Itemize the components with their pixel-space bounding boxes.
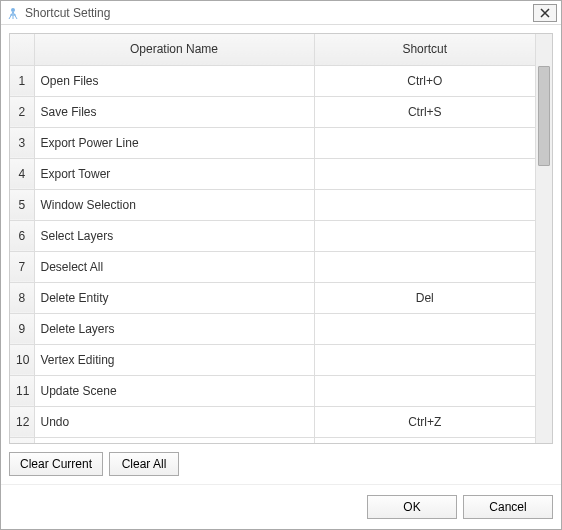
table-row[interactable]: 8Delete EntityDel bbox=[10, 282, 535, 313]
vertical-scrollbar[interactable] bbox=[535, 34, 552, 443]
table-row[interactable]: 6Select Layers bbox=[10, 220, 535, 251]
header-operation[interactable]: Operation Name bbox=[34, 34, 314, 65]
shortcut-cell[interactable] bbox=[314, 158, 535, 189]
operation-cell[interactable]: Delete Entity bbox=[34, 282, 314, 313]
operation-cell[interactable]: Delete Layers bbox=[34, 313, 314, 344]
shortcut-table-container: Operation Name Shortcut 1Open FilesCtrl+… bbox=[9, 33, 553, 444]
clear-current-button[interactable]: Clear Current bbox=[9, 452, 103, 476]
shortcut-cell[interactable]: Ctrl+O bbox=[314, 65, 535, 96]
shortcut-cell[interactable]: Del bbox=[314, 282, 535, 313]
table-row[interactable]: 13RedoCtrl+Y bbox=[10, 437, 535, 443]
table-row[interactable]: 1Open FilesCtrl+O bbox=[10, 65, 535, 96]
table-row[interactable]: 7Deselect All bbox=[10, 251, 535, 282]
app-icon bbox=[5, 5, 21, 21]
shortcut-cell[interactable] bbox=[314, 127, 535, 158]
operation-cell[interactable]: Save Files bbox=[34, 96, 314, 127]
row-number: 13 bbox=[10, 437, 34, 443]
table-row[interactable]: 4Export Tower bbox=[10, 158, 535, 189]
header-shortcut[interactable]: Shortcut bbox=[314, 34, 535, 65]
operation-cell[interactable]: Open Files bbox=[34, 65, 314, 96]
row-number: 4 bbox=[10, 158, 34, 189]
header-rownum bbox=[10, 34, 34, 65]
row-number: 7 bbox=[10, 251, 34, 282]
row-number: 2 bbox=[10, 96, 34, 127]
table-row[interactable]: 12UndoCtrl+Z bbox=[10, 406, 535, 437]
table-row[interactable]: 10Vertex Editing bbox=[10, 344, 535, 375]
content-area: Operation Name Shortcut 1Open FilesCtrl+… bbox=[1, 25, 561, 484]
clear-all-button[interactable]: Clear All bbox=[109, 452, 179, 476]
operation-cell[interactable]: Vertex Editing bbox=[34, 344, 314, 375]
table-row[interactable]: 2Save FilesCtrl+S bbox=[10, 96, 535, 127]
shortcut-cell[interactable] bbox=[314, 251, 535, 282]
dialog-button-row: OK Cancel bbox=[1, 484, 561, 529]
operation-cell[interactable]: Redo bbox=[34, 437, 314, 443]
table-row[interactable]: 3Export Power Line bbox=[10, 127, 535, 158]
row-number: 10 bbox=[10, 344, 34, 375]
titlebar: Shortcut Setting bbox=[1, 1, 561, 25]
shortcut-cell[interactable]: Ctrl+S bbox=[314, 96, 535, 127]
shortcut-cell[interactable] bbox=[314, 375, 535, 406]
operation-cell[interactable]: Export Power Line bbox=[34, 127, 314, 158]
operation-cell[interactable]: Export Tower bbox=[34, 158, 314, 189]
close-icon bbox=[540, 8, 550, 18]
row-number: 8 bbox=[10, 282, 34, 313]
shortcut-table: Operation Name Shortcut 1Open FilesCtrl+… bbox=[10, 34, 535, 443]
ok-button[interactable]: OK bbox=[367, 495, 457, 519]
operation-cell[interactable]: Window Selection bbox=[34, 189, 314, 220]
operation-cell[interactable]: Update Scene bbox=[34, 375, 314, 406]
operation-cell[interactable]: Undo bbox=[34, 406, 314, 437]
row-number: 11 bbox=[10, 375, 34, 406]
row-number: 9 bbox=[10, 313, 34, 344]
shortcut-setting-dialog: Shortcut Setting Operation Name Short bbox=[0, 0, 562, 530]
row-number: 6 bbox=[10, 220, 34, 251]
window-title: Shortcut Setting bbox=[25, 6, 533, 20]
table-row[interactable]: 11Update Scene bbox=[10, 375, 535, 406]
svg-point-0 bbox=[11, 8, 15, 12]
shortcut-cell[interactable] bbox=[314, 220, 535, 251]
table-row[interactable]: 5Window Selection bbox=[10, 189, 535, 220]
table-row[interactable]: 9Delete Layers bbox=[10, 313, 535, 344]
close-button[interactable] bbox=[533, 4, 557, 22]
row-number: 12 bbox=[10, 406, 34, 437]
operation-cell[interactable]: Select Layers bbox=[34, 220, 314, 251]
row-number: 5 bbox=[10, 189, 34, 220]
operation-cell[interactable]: Deselect All bbox=[34, 251, 314, 282]
clear-button-row: Clear Current Clear All bbox=[9, 444, 553, 476]
row-number: 1 bbox=[10, 65, 34, 96]
shortcut-cell[interactable]: Ctrl+Z bbox=[314, 406, 535, 437]
shortcut-cell[interactable] bbox=[314, 189, 535, 220]
shortcut-cell[interactable] bbox=[314, 313, 535, 344]
cancel-button[interactable]: Cancel bbox=[463, 495, 553, 519]
row-number: 3 bbox=[10, 127, 34, 158]
shortcut-cell[interactable]: Ctrl+Y bbox=[314, 437, 535, 443]
scrollbar-thumb[interactable] bbox=[538, 66, 550, 166]
shortcut-cell[interactable] bbox=[314, 344, 535, 375]
